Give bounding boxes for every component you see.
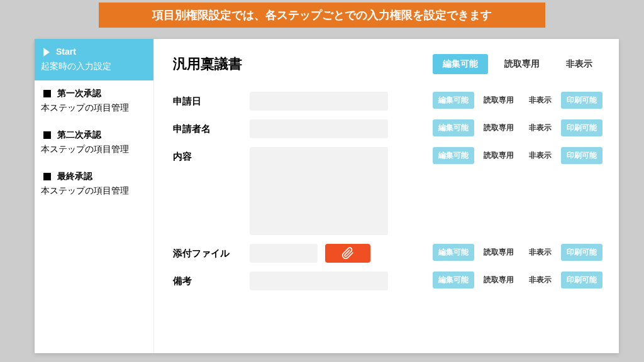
top-button-group: 編集可能 読取専用 非表示: [433, 54, 602, 74]
sidebar-item-title: 第一次承認: [57, 87, 101, 100]
attach-button[interactable]: [325, 244, 370, 263]
top-readonly-button[interactable]: 読取専用: [494, 54, 550, 74]
opt-edit[interactable]: 編集可能: [433, 119, 474, 136]
opt-readonly[interactable]: 読取専用: [478, 244, 519, 261]
sidebar-item-approval1[interactable]: 第一次承認 本ステップの項目管理: [35, 80, 153, 122]
permission-group: 編集可能 読取専用 非表示 印刷可能: [433, 272, 602, 288]
opt-readonly[interactable]: 読取専用: [478, 92, 519, 109]
opt-hidden[interactable]: 非表示: [523, 244, 557, 261]
square-icon: [43, 90, 51, 97]
opt-print[interactable]: 印刷可能: [561, 147, 602, 164]
field-input[interactable]: [250, 272, 388, 290]
page-title: 汎用稟議書: [173, 55, 242, 74]
main-header: 汎用稟議書 編集可能 読取専用 非表示: [173, 54, 602, 74]
opt-print[interactable]: 印刷可能: [561, 244, 602, 261]
field-row: 添付ファイル 編集可能 読取専用 非表示 印刷可能: [173, 244, 602, 263]
info-banner: 項目別権限設定では、各ステップごとでの入力権限を設定できます: [99, 3, 545, 28]
sidebar-item-subtitle: 起案時の入力設定: [41, 60, 147, 73]
opt-hidden[interactable]: 非表示: [523, 92, 557, 109]
permission-group: 編集可能 読取専用 非表示 印刷可能: [433, 119, 602, 136]
main-panel: 汎用稟議書 編集可能 読取専用 非表示 申請日 編集可能 読取専用 非表示 印刷…: [154, 39, 619, 353]
opt-hidden[interactable]: 非表示: [523, 272, 557, 288]
field-label: 申請者名: [173, 119, 242, 135]
field-input[interactable]: [250, 92, 388, 111]
paperclip-icon: [341, 247, 354, 260]
opt-readonly[interactable]: 読取専用: [478, 147, 519, 164]
sidebar-item-subtitle: 本ステップの項目管理: [41, 101, 147, 114]
sidebar-item-title: 第二次承認: [57, 128, 101, 141]
opt-print[interactable]: 印刷可能: [561, 119, 602, 136]
field-input[interactable]: [250, 244, 318, 263]
field-row: 備考 編集可能 読取専用 非表示 印刷可能: [173, 272, 602, 290]
permission-group: 編集可能 読取専用 非表示 印刷可能: [433, 147, 602, 164]
opt-print[interactable]: 印刷可能: [561, 92, 602, 109]
opt-readonly[interactable]: 読取専用: [478, 272, 519, 288]
field-row: 申請日 編集可能 読取専用 非表示 印刷可能: [173, 92, 602, 111]
sidebar-item-subtitle: 本ステップの項目管理: [41, 184, 147, 197]
field-label: 内容: [173, 147, 242, 163]
sidebar-item-title: Start: [56, 45, 76, 58]
sidebar-item-approval2[interactable]: 第二次承認 本ステップの項目管理: [35, 122, 153, 163]
opt-edit[interactable]: 編集可能: [433, 244, 474, 261]
permission-group: 編集可能 読取専用 非表示 印刷可能: [433, 92, 602, 109]
opt-edit[interactable]: 編集可能: [433, 92, 474, 109]
sidebar-item-start[interactable]: Start 起案時の入力設定: [35, 39, 153, 80]
sidebar-item-final[interactable]: 最終承認 本ステップの項目管理: [35, 163, 153, 205]
sidebar-item-title: 最終承認: [57, 170, 92, 183]
field-label: 添付ファイル: [173, 244, 242, 260]
field-textarea[interactable]: [250, 147, 388, 235]
permission-group: 編集可能 読取専用 非表示 印刷可能: [433, 244, 602, 261]
opt-hidden[interactable]: 非表示: [523, 147, 557, 164]
opt-print[interactable]: 印刷可能: [561, 272, 602, 288]
field-row: 内容 編集可能 読取専用 非表示 印刷可能: [173, 147, 602, 235]
square-icon: [43, 131, 51, 139]
opt-edit[interactable]: 編集可能: [433, 147, 474, 164]
app-container: Start 起案時の入力設定 第一次承認 本ステップの項目管理 第二次承認 本ス…: [35, 39, 619, 353]
sidebar: Start 起案時の入力設定 第一次承認 本ステップの項目管理 第二次承認 本ス…: [35, 39, 154, 353]
play-icon: [43, 48, 50, 57]
top-edit-button[interactable]: 編集可能: [433, 54, 488, 74]
square-icon: [43, 173, 51, 180]
field-label: 備考: [173, 272, 242, 287]
field-label: 申請日: [173, 92, 242, 107]
fields-list: 申請日 編集可能 読取専用 非表示 印刷可能 申請者名 編集可能 読取専用 非表…: [173, 92, 602, 290]
sidebar-item-subtitle: 本ステップの項目管理: [41, 143, 147, 156]
top-hidden-button[interactable]: 非表示: [556, 54, 602, 74]
opt-edit[interactable]: 編集可能: [433, 272, 474, 288]
opt-readonly[interactable]: 読取専用: [478, 119, 519, 136]
opt-hidden[interactable]: 非表示: [523, 119, 557, 136]
field-row: 申請者名 編集可能 読取専用 非表示 印刷可能: [173, 119, 602, 138]
field-input[interactable]: [250, 119, 388, 138]
